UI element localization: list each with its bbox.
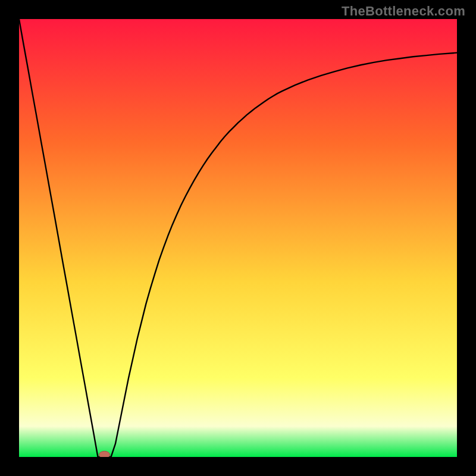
chart-frame: TheBottleneck.com [0, 0, 476, 476]
attribution-text: TheBottleneck.com [342, 4, 465, 19]
gradient-background [19, 19, 457, 457]
plot-area [19, 19, 457, 457]
optimum-marker [99, 451, 110, 457]
chart-svg [19, 19, 457, 457]
